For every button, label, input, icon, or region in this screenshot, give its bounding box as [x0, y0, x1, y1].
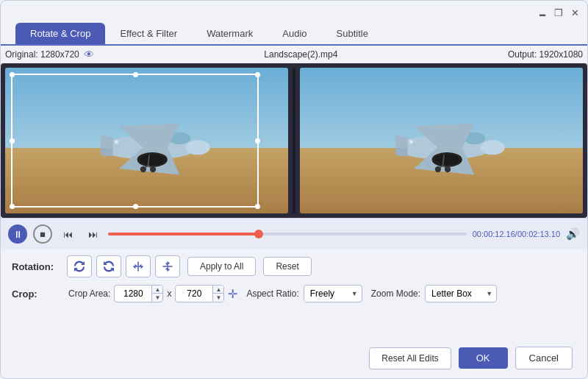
svg-point-23	[435, 154, 459, 165]
crop-area-label: Crop Area:	[68, 288, 110, 299]
main-window: 🗕 ❐ ✕ Rotate & Crop Effect & Filter Wate…	[0, 0, 588, 379]
rotation-buttons	[67, 255, 180, 277]
left-video-panel: ★	[5, 68, 288, 213]
svg-marker-20	[395, 135, 408, 148]
left-panel-inner: ★	[5, 68, 288, 213]
output-resolution: Output: 1920x1080	[508, 49, 583, 60]
rotation-label: Rotation:	[12, 261, 60, 272]
right-video-panel: ★	[300, 68, 583, 213]
controls-section: Rotation:	[1, 249, 587, 308]
apply-to-all-button[interactable]: Apply to All	[187, 257, 256, 276]
rotate-right-button[interactable]	[96, 255, 121, 277]
footer: Reset All Edits OK Cancel	[1, 339, 587, 378]
next-frame-button[interactable]: ⏭	[83, 224, 102, 244]
video-info-bar: Original: 1280x720 👁 Landscape(2).mp4 Ou…	[1, 46, 587, 63]
crop-height-input-wrap: ▲ ▼	[175, 285, 224, 302]
flip-vertical-button[interactable]	[155, 255, 180, 277]
svg-point-28	[445, 166, 451, 172]
title-bar: 🗕 ❐ ✕	[1, 1, 587, 21]
crop-height-up[interactable]: ▲	[213, 286, 223, 294]
play-pause-button[interactable]: ⏸	[8, 224, 27, 244]
crop-center-icon[interactable]: ✛	[228, 287, 237, 301]
aspect-ratio-label: Aspect Ratio:	[246, 288, 298, 299]
close-button[interactable]: ✕	[570, 8, 580, 18]
crop-row: Crop: Crop Area: ▲ ▼ x ▲ ▼	[12, 285, 576, 302]
volume-icon[interactable]: 🔊	[566, 227, 580, 241]
stop-button[interactable]: ⏹	[33, 224, 52, 244]
crop-handle-bottomright[interactable]	[255, 204, 260, 209]
window-controls: 🗕 ❐ ✕	[537, 8, 580, 18]
video-panels: ★	[1, 63, 587, 218]
crop-handle-rightmid[interactable]	[255, 138, 260, 144]
zoom-mode-section: Zoom Mode: Letter Box Pan & Scan Full ▼	[371, 285, 497, 302]
airplane-svg-right: ★	[314, 90, 574, 199]
crop-height-input[interactable]	[176, 287, 212, 300]
crop-handle-bottomleft[interactable]	[10, 204, 15, 209]
reset-all-button[interactable]: Reset All Edits	[369, 347, 451, 369]
cancel-button[interactable]: Cancel	[515, 347, 573, 369]
crop-height-down[interactable]: ▼	[213, 294, 223, 302]
video-filename: Landscape(2).mp4	[264, 49, 337, 60]
zoom-mode-select[interactable]: Letter Box Pan & Scan Full	[425, 285, 497, 302]
crop-label: Crop:	[12, 288, 60, 300]
minimize-button[interactable]: 🗕	[537, 8, 548, 18]
crop-handle-bottommid[interactable]	[133, 204, 138, 209]
zoom-mode-label: Zoom Mode:	[371, 288, 420, 299]
svg-point-27	[435, 166, 441, 172]
right-panel-inner: ★	[300, 68, 583, 213]
reset-rotation-button[interactable]: Reset	[263, 257, 311, 276]
crop-handle-topmid[interactable]	[133, 72, 138, 77]
rotate-left-button[interactable]	[67, 255, 92, 277]
aspect-ratio-select-wrap: Freely 16:9 4:3 1:1 9:16 ▼	[304, 285, 362, 302]
crop-width-down[interactable]: ▼	[152, 294, 162, 302]
crop-overlay[interactable]	[11, 74, 259, 208]
rotation-row: Rotation:	[12, 255, 576, 277]
crop-handle-leftmid[interactable]	[10, 138, 15, 144]
tab-watermark[interactable]: Watermark	[192, 23, 268, 44]
eye-icon[interactable]: 👁	[84, 49, 94, 60]
timeline-time: 00:00:12.16/00:02:13.10	[473, 230, 560, 238]
crop-handle-topright[interactable]	[255, 72, 260, 77]
svg-text:★: ★	[408, 138, 415, 146]
crop-height-spinner: ▲ ▼	[212, 286, 223, 302]
tab-rotate-crop[interactable]: Rotate & Crop	[15, 23, 105, 44]
aspect-ratio-section: Aspect Ratio: Freely 16:9 4:3 1:1 9:16 ▼	[246, 285, 362, 302]
tab-effect-filter[interactable]: Effect & Filter	[105, 23, 192, 44]
flip-horizontal-button[interactable]	[126, 255, 151, 277]
prev-frame-button[interactable]: ⏮	[58, 224, 77, 244]
dimension-separator: x	[167, 288, 171, 299]
crop-width-input[interactable]	[115, 287, 151, 300]
restore-button[interactable]: ❐	[553, 8, 564, 18]
zoom-mode-select-wrap: Letter Box Pan & Scan Full ▼	[425, 285, 497, 302]
timeline-fill	[108, 233, 259, 235]
timeline-thumb[interactable]	[254, 230, 263, 238]
panel-divider	[293, 68, 295, 213]
crop-width-input-wrap: ▲ ▼	[114, 285, 163, 302]
timeline-progress[interactable]	[108, 233, 467, 235]
crop-handle-topleft[interactable]	[10, 72, 15, 77]
tab-audio[interactable]: Audio	[268, 23, 321, 44]
crop-width-up[interactable]: ▲	[152, 286, 162, 294]
ok-button[interactable]: OK	[459, 347, 508, 369]
tab-subtitle[interactable]: Subtitle	[322, 23, 383, 44]
tab-bar: Rotate & Crop Effect & Filter Watermark …	[1, 23, 587, 46]
svg-point-16	[481, 140, 505, 155]
original-resolution: Original: 1280x720	[5, 49, 79, 60]
crop-area-section: Crop Area: ▲ ▼ x ▲ ▼ ✛	[68, 285, 237, 302]
svg-marker-21	[395, 147, 408, 156]
aspect-ratio-select[interactable]: Freely 16:9 4:3 1:1 9:16	[304, 285, 362, 302]
timeline: ⏸ ⏹ ⏮ ⏭ 00:00:12.16/00:02:13.10 🔊	[1, 218, 587, 249]
video-info-left: Original: 1280x720 👁	[5, 49, 94, 60]
crop-width-spinner: ▲ ▼	[151, 286, 162, 302]
